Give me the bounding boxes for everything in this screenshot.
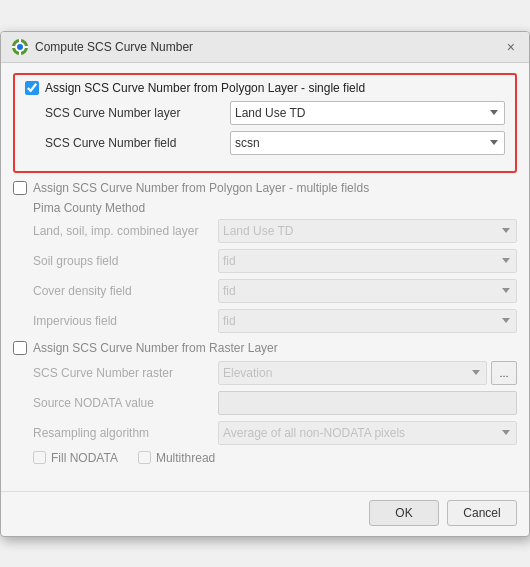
close-button[interactable]: × <box>503 40 519 54</box>
dialog-footer: OK Cancel <box>1 491 529 536</box>
raster-browse-button[interactable]: ... <box>491 361 517 385</box>
section1-bordered: Assign SCS Curve Number from Polygon Lay… <box>13 73 517 173</box>
section1-select-1[interactable]: scsn <box>230 131 505 155</box>
dialog-body: Assign SCS Curve Number from Polygon Lay… <box>1 63 529 485</box>
section2-field-label-2: Cover density field <box>33 284 218 298</box>
section1-control-0: Land Use TD <box>230 101 505 125</box>
section3-raster-row: SCS Curve Number raster Elevation ... <box>13 361 517 385</box>
resample-row: Resampling algorithm Average of all non-… <box>13 421 517 445</box>
cancel-button[interactable]: Cancel <box>447 500 517 526</box>
section3-label: Assign SCS Curve Number from Raster Laye… <box>33 341 278 355</box>
section2-select-1[interactable]: fid <box>218 249 517 273</box>
section1-field-label-1: SCS Curve Number field <box>45 136 230 150</box>
section2-row-2: Cover density field fid <box>13 279 517 303</box>
svg-rect-4 <box>19 52 21 55</box>
section2-control-0: Land Use TD <box>218 219 517 243</box>
section2-select-2[interactable]: fid <box>218 279 517 303</box>
resample-control: Average of all non-NODATA pixels <box>218 421 517 445</box>
section2-select-3[interactable]: fid <box>218 309 517 333</box>
section2-control-3: fid <box>218 309 517 333</box>
section1-select-0[interactable]: Land Use TD <box>230 101 505 125</box>
nodata-label: Source NODATA value <box>33 396 218 410</box>
qgis-icon <box>11 38 29 56</box>
svg-rect-3 <box>19 39 21 42</box>
section1-field-label-0: SCS Curve Number layer <box>45 106 230 120</box>
nodata-control <box>218 391 517 415</box>
section2-row-1: Soil groups field fid <box>13 249 517 273</box>
title-bar-left: Compute SCS Curve Number <box>11 38 193 56</box>
fill-nodata-checkbox[interactable] <box>33 451 46 464</box>
section1-control-1: scsn <box>230 131 505 155</box>
section3-block: Assign SCS Curve Number from Raster Laye… <box>13 341 517 465</box>
section2-checkbox[interactable] <box>13 181 27 195</box>
section2-field-label-0: Land, soil, imp. combined layer <box>33 224 218 238</box>
section2-select-0[interactable]: Land Use TD <box>218 219 517 243</box>
ok-button[interactable]: OK <box>369 500 439 526</box>
dialog-title: Compute SCS Curve Number <box>35 40 193 54</box>
section2-control-2: fid <box>218 279 517 303</box>
fill-nodata-item: Fill NODATA <box>33 451 118 465</box>
section2-checkbox-row: Assign SCS Curve Number from Polygon Lay… <box>13 181 517 195</box>
section3-checkbox-row: Assign SCS Curve Number from Raster Laye… <box>13 341 517 355</box>
raster-label: SCS Curve Number raster <box>33 366 218 380</box>
multithread-checkbox[interactable] <box>138 451 151 464</box>
section2-field-label-3: Impervious field <box>33 314 218 328</box>
title-bar: Compute SCS Curve Number × <box>1 32 529 63</box>
section2-control-1: fid <box>218 249 517 273</box>
pima-county-group-label: Pima County Method <box>13 201 517 215</box>
svg-rect-6 <box>25 46 28 48</box>
raster-select[interactable]: Elevation <box>218 361 487 385</box>
section1-label: Assign SCS Curve Number from Polygon Lay… <box>45 81 365 95</box>
section2-block: Assign SCS Curve Number from Polygon Lay… <box>13 181 517 333</box>
section1-checkbox[interactable] <box>25 81 39 95</box>
svg-rect-5 <box>12 46 15 48</box>
multithread-item: Multithread <box>138 451 215 465</box>
section2-field-label-1: Soil groups field <box>33 254 218 268</box>
fill-nodata-label: Fill NODATA <box>51 451 118 465</box>
multithread-label: Multithread <box>156 451 215 465</box>
raster-control: Elevation ... <box>218 361 517 385</box>
svg-point-2 <box>17 44 23 50</box>
section1-checkbox-row: Assign SCS Curve Number from Polygon Lay… <box>25 81 505 95</box>
nodata-row: Source NODATA value <box>13 391 517 415</box>
section1-row-0: SCS Curve Number layer Land Use TD <box>25 101 505 125</box>
resample-select[interactable]: Average of all non-NODATA pixels <box>218 421 517 445</box>
section3-checkbox[interactable] <box>13 341 27 355</box>
resample-label: Resampling algorithm <box>33 426 218 440</box>
nodata-input[interactable] <box>218 391 517 415</box>
section1-row-1: SCS Curve Number field scsn <box>25 131 505 155</box>
section2-row-3: Impervious field fid <box>13 309 517 333</box>
section2-row-0: Land, soil, imp. combined layer Land Use… <box>13 219 517 243</box>
fill-multithread-row: Fill NODATA Multithread <box>13 451 517 465</box>
section2-label: Assign SCS Curve Number from Polygon Lay… <box>33 181 369 195</box>
compute-scs-dialog: Compute SCS Curve Number × Assign SCS Cu… <box>0 31 530 537</box>
